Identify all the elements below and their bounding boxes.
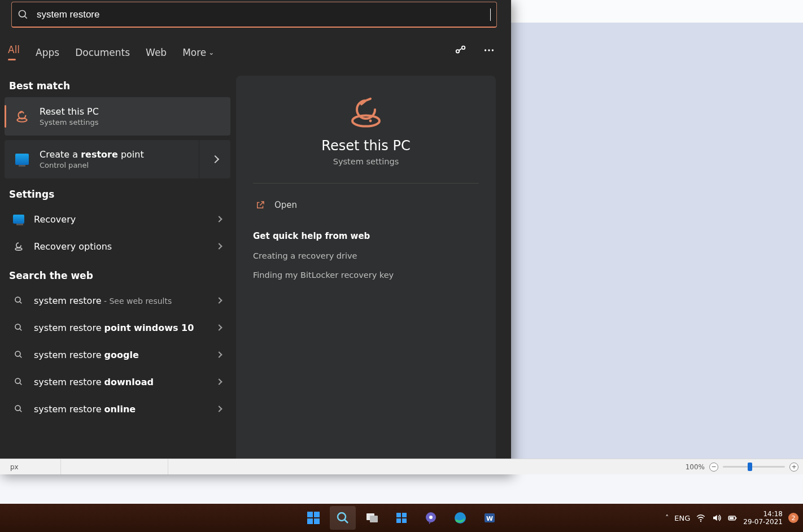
widgets-icon <box>395 511 408 525</box>
text-cursor <box>490 8 491 21</box>
task-view-icon <box>365 511 379 525</box>
tab-more[interactable]: More⌄ <box>182 47 214 58</box>
restore-large-icon <box>343 96 389 128</box>
web-result-2[interactable]: system restore google <box>5 341 230 368</box>
svg-line-17 <box>20 383 21 385</box>
search-icon <box>12 321 25 334</box>
svg-text:W: W <box>486 515 493 522</box>
system-tray: ˄ ENG 14:18 29-07-2021 2 <box>665 504 798 532</box>
results-column: Best match Reset this PC System settings… <box>5 80 230 422</box>
recovery-icon <box>12 213 25 225</box>
notification-badge[interactable]: 2 <box>788 513 798 523</box>
search-icon <box>12 348 25 361</box>
svg-point-14 <box>15 351 20 356</box>
chevron-down-icon: ⌄ <box>208 49 214 56</box>
chat-button[interactable] <box>418 506 444 530</box>
clock[interactable]: 14:18 29-07-2021 <box>743 510 783 526</box>
svg-point-0 <box>19 10 26 17</box>
result-reset-this-pc[interactable]: Reset this PC System settings <box>5 97 230 136</box>
svg-rect-25 <box>370 516 378 522</box>
svg-line-23 <box>344 520 348 523</box>
tab-apps[interactable]: Apps <box>36 47 59 58</box>
volume-icon[interactable] <box>712 513 722 523</box>
row-label: Recovery <box>34 214 217 225</box>
search-bar[interactable]: system restore <box>11 2 497 28</box>
svg-point-10 <box>15 297 20 302</box>
start-button[interactable] <box>300 506 326 530</box>
chevron-right-icon <box>216 351 222 357</box>
svg-line-19 <box>20 410 21 412</box>
search-input[interactable]: system restore <box>37 9 491 20</box>
svg-point-5 <box>485 49 486 51</box>
share-icon[interactable] <box>455 44 467 56</box>
task-view-button[interactable] <box>359 506 385 530</box>
section-best-match: Best match <box>9 80 230 91</box>
svg-line-13 <box>20 329 21 330</box>
detail-subtitle: System settings <box>253 157 479 166</box>
settings-recovery[interactable]: Recovery <box>5 206 230 233</box>
word-button[interactable]: W <box>477 506 503 530</box>
widgets-button[interactable] <box>389 506 414 530</box>
search-icon <box>12 376 25 388</box>
help-link-1[interactable]: Finding my BitLocker recovery key <box>253 271 479 280</box>
taskbar: W ˄ ENG 14:18 29-07-2021 2 <box>0 504 803 532</box>
svg-rect-38 <box>730 517 734 520</box>
more-icon[interactable] <box>483 44 495 56</box>
svg-rect-29 <box>402 518 407 523</box>
zoom-slider[interactable] <box>723 466 785 468</box>
result-create-restore-point[interactable]: Create a restore point Control panel <box>5 140 230 178</box>
web-result-4[interactable]: system restore online <box>5 395 230 422</box>
svg-point-6 <box>488 49 490 51</box>
chevron-right-icon <box>216 324 222 330</box>
windows-icon <box>307 512 320 524</box>
row-label: system restore google <box>34 350 217 360</box>
help-link-0[interactable]: Creating a recovery drive <box>253 251 479 260</box>
web-result-0[interactable]: system restore - See web results <box>5 287 230 314</box>
background-window <box>511 0 803 474</box>
search-icon <box>336 511 350 525</box>
svg-point-31 <box>429 516 433 519</box>
web-result-3[interactable]: system restore download <box>5 368 230 395</box>
section-search-web: Search the web <box>9 270 230 281</box>
chevron-right-icon <box>216 216 222 222</box>
search-panel: system restore All Apps Documents Web Mo… <box>0 0 511 474</box>
zoom-in-button[interactable]: + <box>789 463 798 472</box>
svg-line-15 <box>20 356 21 357</box>
battery-icon[interactable] <box>727 513 737 523</box>
row-label: system restore - See web results <box>34 295 217 306</box>
section-settings: Settings <box>9 189 230 200</box>
search-tabs: All Apps Documents Web More⌄ <box>8 44 214 60</box>
row-label: system restore online <box>34 404 217 415</box>
svg-point-2 <box>456 50 460 53</box>
tab-documents[interactable]: Documents <box>75 47 130 58</box>
row-label: Recovery options <box>34 241 217 252</box>
open-action[interactable]: Open <box>253 194 479 216</box>
chevron-right-icon <box>216 405 222 412</box>
tab-all[interactable]: All <box>8 44 20 60</box>
row-label: system restore point windows 10 <box>34 322 217 333</box>
svg-line-4 <box>459 49 461 50</box>
svg-rect-27 <box>402 513 407 517</box>
status-strip: px 100% − + <box>0 459 803 474</box>
result-subtitle: System settings <box>40 118 99 127</box>
svg-line-11 <box>20 302 21 303</box>
edge-icon <box>453 511 467 525</box>
edge-button[interactable] <box>447 506 473 530</box>
zoom-label: 100% <box>686 463 705 471</box>
zoom-out-button[interactable]: − <box>709 463 718 472</box>
open-label: Open <box>274 200 297 210</box>
result-title: Reset this PC <box>40 106 99 117</box>
expand-button[interactable] <box>199 140 230 178</box>
svg-point-16 <box>15 378 20 383</box>
settings-recovery-options[interactable]: Recovery options <box>5 233 230 260</box>
status-cell <box>61 459 168 474</box>
svg-point-9 <box>15 248 22 250</box>
language-indicator[interactable]: ENG <box>674 514 690 522</box>
svg-point-7 <box>492 49 494 51</box>
tab-web[interactable]: Web <box>146 47 167 58</box>
result-title: Create a restore point <box>40 149 144 160</box>
taskbar-search-button[interactable] <box>330 506 356 530</box>
wifi-icon[interactable] <box>696 513 706 523</box>
tray-expand-icon[interactable]: ˄ <box>665 514 669 522</box>
web-result-1[interactable]: system restore point windows 10 <box>5 314 230 341</box>
